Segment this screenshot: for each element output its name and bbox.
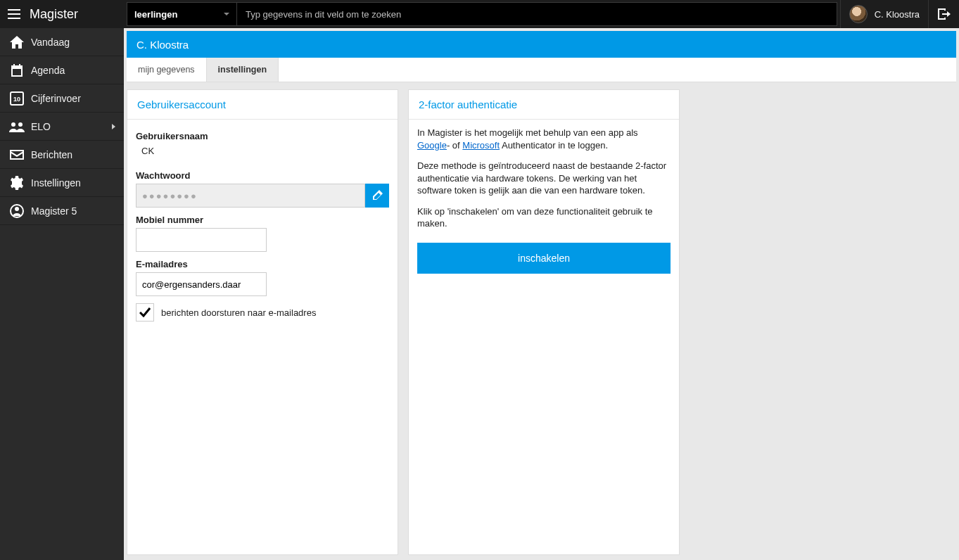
check-icon [139,307,151,317]
svg-text:7: 7 [15,70,19,76]
sidebar-item-label: Berichten [31,149,72,160]
panel-account-title: Gebruikersaccount [127,90,398,120]
user-name: C. Kloostra [875,9,920,20]
people-icon [8,121,25,132]
logout-icon [938,8,951,20]
twofa-p3: Klik op 'inschakelen' om van deze functi… [417,205,671,230]
tab-mijn-gegevens[interactable]: mijn gegevens [127,58,206,82]
tab-instellingen[interactable]: instellingen [206,58,279,82]
search-bar: leerlingen [127,2,837,26]
pencil-icon [371,190,383,201]
link-microsoft[interactable]: Microsoft [462,140,500,151]
password-field [136,184,365,208]
edit-password-button[interactable] [365,184,389,208]
sidebar-item-label: Instellingen [31,177,81,189]
email-label: E-mailadres [136,259,389,269]
tabs: mijn gegevens instellingen [127,58,956,82]
menu-toggle[interactable] [0,0,28,28]
enable-2fa-button[interactable]: inschakelen [417,243,671,274]
forward-label: berichten doorsturen naar e-mailadres [161,307,316,318]
sidebar-item-berichten[interactable]: Berichten [0,141,124,169]
svg-point-3 [11,122,15,127]
sidebar-item-elo[interactable]: ELO [0,113,124,141]
twofa-p1: In Magister is het mogelijk met behulp v… [417,127,671,151]
sidebar-item-label: ELO [31,121,51,132]
grades-icon: 10 [8,91,25,106]
mobile-field[interactable] [136,228,267,252]
gear-icon [8,176,25,190]
email-field[interactable] [136,272,267,296]
hamburger-icon [8,9,20,19]
panel-account: Gebruikersaccount Gebruikersnaam CK Wach… [127,89,398,555]
mail-icon [8,150,25,160]
topbar: Magister leerlingen C. Kloostra [0,0,959,28]
username-label: Gebruikersnaam [136,131,389,141]
panel-2fa-body: In Magister is het mogelijk met behulp v… [409,120,679,282]
svg-point-4 [18,122,23,127]
twofa-p1-mid: - of [447,140,462,151]
svg-point-6 [15,207,19,211]
chevron-right-icon [112,124,115,129]
mobile-label: Mobiel nummer [136,215,389,225]
user-menu[interactable]: C. Kloostra [840,0,928,28]
sidebar-item-label: Cijferinvoer [31,93,81,104]
forward-checkbox[interactable] [136,303,154,322]
page-title: C. Kloostra [127,31,956,58]
avatar [849,5,868,23]
logout-button[interactable] [928,0,959,28]
sidebar-item-instellingen[interactable]: Instellingen [0,169,124,197]
sidebar-item-label: Magister 5 [31,205,77,217]
panel-account-body: Gebruikersnaam CK Wachtwoord Mobiel numm… [127,120,398,330]
brand: Magister [28,7,124,22]
search-category-label: leerlingen [134,9,177,20]
calendar-icon: 7 [8,63,25,77]
username-value: CK [136,144,389,163]
sidebar-item-agenda[interactable]: 7 Agenda [0,56,124,84]
search-category-select[interactable]: leerlingen [127,3,237,25]
panel-2fa: 2-factor authenticatie In Magister is he… [408,89,680,555]
magister5-icon [8,204,25,218]
sidebar-item-label: Agenda [31,65,65,76]
sidebar: Vandaag 7 Agenda 10 Cijferinvoer ELO Ber… [0,28,124,560]
twofa-p1-post: Authenticator in te loggen. [500,140,608,151]
sidebar-item-label: Vandaag [31,37,70,48]
twofa-p1-pre: In Magister is het mogelijk met behulp v… [417,127,638,138]
link-google[interactable]: Google [417,140,447,151]
sidebar-item-cijferinvoer[interactable]: 10 Cijferinvoer [0,84,124,113]
sidebar-item-magister5[interactable]: Magister 5 [0,197,124,225]
twofa-p2: Deze methode is geïntroduceerd naast de … [417,160,671,197]
password-label: Wachtwoord [136,170,389,181]
home-icon [8,36,25,49]
panel-2fa-title: 2-factor authenticatie [409,90,679,120]
svg-text:10: 10 [13,96,20,103]
caret-down-icon [224,13,229,15]
sidebar-item-vandaag[interactable]: Vandaag [0,28,124,56]
search-input[interactable] [237,3,837,25]
content: Gebruikersaccount Gebruikersnaam CK Wach… [124,82,959,558]
main: C. Kloostra mijn gegevens instellingen G… [124,28,959,560]
